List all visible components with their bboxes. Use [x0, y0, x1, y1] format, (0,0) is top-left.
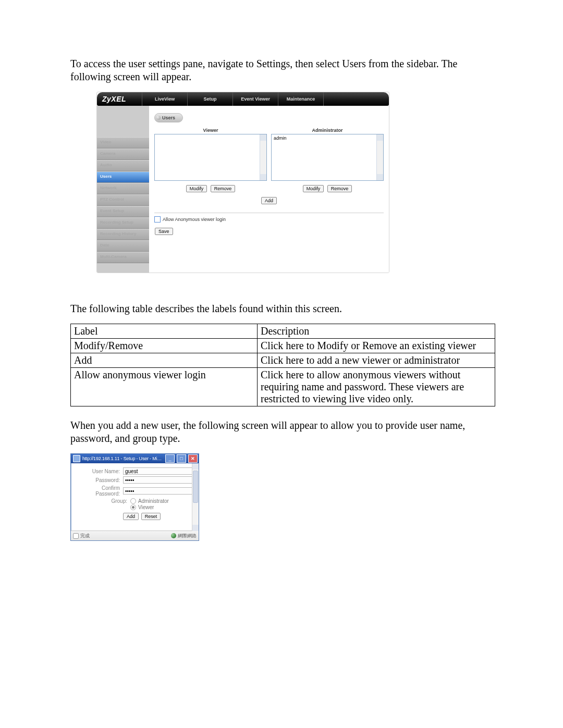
- viewer-column-title: Viewer: [154, 128, 267, 133]
- window-close-button[interactable]: ✕: [188, 454, 198, 463]
- scrollbar-icon[interactable]: [376, 134, 383, 180]
- radio-icon[interactable]: [130, 504, 136, 510]
- table-header-label: Label: [71, 324, 258, 339]
- table-header-row: Label Description: [71, 324, 495, 339]
- sidebar-item-multi-camera[interactable]: Multi-Camera: [97, 252, 149, 263]
- nav-liveview[interactable]: LiveView: [142, 92, 187, 106]
- admin-column-title: Administrator: [271, 128, 384, 133]
- table-row: Modify/Remove Click here to Modify or Re…: [71, 339, 495, 353]
- viewer-remove-button[interactable]: Remove: [211, 185, 236, 192]
- allow-anonymous-label: Allow Anonymous viewer login: [163, 217, 226, 222]
- table-row: Add Click here to add a new viewer or ad…: [71, 353, 495, 368]
- admin-modify-button[interactable]: Modify: [303, 185, 324, 192]
- sidebar-item-recording-setup[interactable]: Recording Setup: [97, 217, 149, 229]
- settings-sidebar: Video Camera Audio Users Network PTZ Con…: [97, 106, 149, 273]
- dialog-statusbar: 完成 網際網路: [71, 530, 199, 540]
- radio-icon[interactable]: [130, 498, 136, 504]
- nav-maintenance[interactable]: Maintenance: [278, 92, 324, 106]
- group-admin-option-label: Administrator: [138, 498, 169, 504]
- nav-eventviewer[interactable]: Event Viewer: [232, 92, 278, 106]
- table-cell-label: Allow anonymous viewer login: [71, 368, 258, 406]
- users-content-pane: Users Viewer Modify Remove Administrato: [149, 106, 389, 273]
- viewer-listbox[interactable]: [154, 134, 267, 181]
- scrollbar-icon[interactable]: [260, 134, 266, 180]
- top-navbar: ZyXEL LiveView Setup Event Viewer Mainte…: [97, 92, 389, 106]
- sidebar-item-audio[interactable]: Audio: [97, 160, 149, 171]
- confirm-password-field[interactable]: [123, 487, 193, 495]
- username-label: User Name:: [76, 468, 123, 474]
- password-field[interactable]: [123, 476, 193, 484]
- status-icon: [73, 533, 79, 539]
- group-label: Group:: [76, 498, 130, 504]
- password-label: Password:: [76, 477, 123, 483]
- add-user-button[interactable]: Add: [261, 197, 277, 204]
- group-admin-radio[interactable]: Administrator: [130, 498, 193, 504]
- table-cell-label: Modify/Remove: [71, 339, 258, 353]
- table-row: Allow anonymous viewer login Click here …: [71, 368, 495, 406]
- username-field[interactable]: [123, 467, 193, 475]
- admin-listbox[interactable]: admin: [271, 134, 384, 181]
- sidebar-item-recording-history[interactable]: Recording History: [97, 229, 149, 240]
- sidebar-item-event-setup[interactable]: Event Setup: [97, 206, 149, 217]
- checkbox-icon[interactable]: [154, 216, 161, 223]
- adduser-intro-paragraph: When you add a new user, the following s…: [70, 419, 495, 445]
- ie-icon: [73, 455, 80, 462]
- dialog-titlebar: http://192.168.1.11 - Setup - User - Mic…: [71, 454, 199, 463]
- table-header-desc: Description: [258, 324, 495, 339]
- status-right-text: 網際網路: [178, 533, 197, 539]
- table-cell-desc: Click here to allow anonymous viewers wi…: [258, 368, 495, 406]
- dialog-title: http://192.168.1.11 - Setup - User - Mic…: [82, 456, 163, 461]
- save-button[interactable]: Save: [155, 228, 173, 235]
- admin-remove-button[interactable]: Remove: [327, 185, 352, 192]
- status-left-text: 完成: [80, 533, 90, 539]
- users-section-header: Users: [154, 113, 183, 122]
- group-viewer-radio[interactable]: Viewer: [130, 504, 193, 510]
- add-user-dialog-screenshot: http://192.168.1.11 - Setup - User - Mic…: [70, 453, 199, 541]
- admin-list-entry[interactable]: admin: [274, 135, 287, 141]
- nav-setup[interactable]: Setup: [187, 92, 232, 106]
- viewer-modify-button[interactable]: Modify: [186, 185, 207, 192]
- sidebar-item-users[interactable]: Users: [97, 171, 149, 183]
- dialog-vertical-scrollbar[interactable]: [192, 463, 199, 531]
- table-cell-desc: Click here to Modify or Remove an existi…: [258, 339, 495, 353]
- table-intro-paragraph: The following table describes the labels…: [70, 302, 495, 315]
- allow-anonymous-checkbox[interactable]: Allow Anonymous viewer login: [154, 216, 384, 223]
- sidebar-item-camera[interactable]: Camera: [97, 149, 149, 160]
- label-description-table: Label Description Modify/Remove Click he…: [70, 324, 495, 406]
- dialog-reset-button[interactable]: Reset: [141, 513, 161, 520]
- dialog-add-button[interactable]: Add: [123, 513, 139, 520]
- intro-paragraph: To access the user settings pane, naviga…: [70, 57, 495, 83]
- sidebar-item-network[interactable]: Network: [97, 183, 149, 194]
- sidebar-item-date[interactable]: Date: [97, 240, 149, 252]
- group-viewer-option-label: Viewer: [138, 504, 154, 510]
- users-settings-screenshot: ZyXEL LiveView Setup Event Viewer Mainte…: [96, 92, 389, 273]
- sidebar-item-ptz-control[interactable]: PTZ Control: [97, 194, 149, 206]
- table-cell-label: Add: [71, 353, 258, 368]
- window-maximize-button[interactable]: □: [177, 454, 186, 463]
- sidebar-item-video[interactable]: Video: [97, 137, 149, 149]
- window-minimize-button[interactable]: _: [165, 454, 175, 463]
- confirm-password-label: Confirm Password:: [76, 485, 123, 497]
- table-cell-desc: Click here to add a new viewer or admini…: [258, 353, 495, 368]
- brand-logo: ZyXEL: [102, 95, 126, 103]
- internet-zone-icon: [171, 533, 176, 538]
